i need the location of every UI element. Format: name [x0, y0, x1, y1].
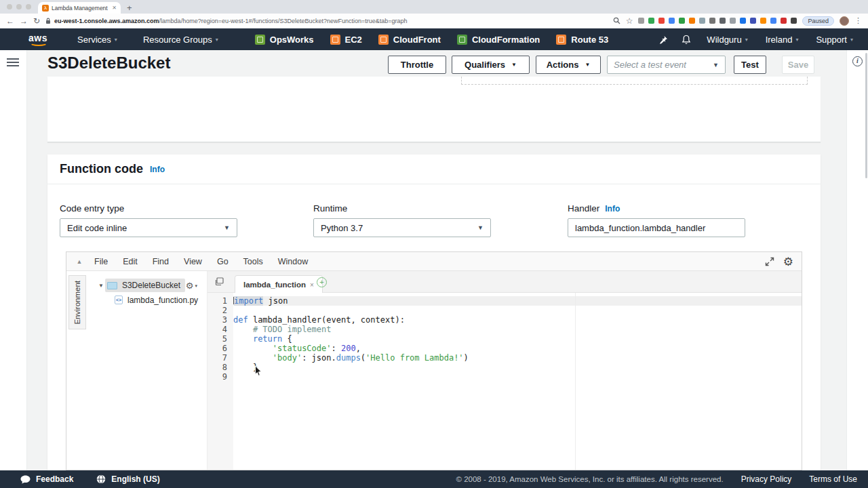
environment-tab[interactable]: Environment	[68, 275, 86, 329]
code-line[interactable]: }	[233, 363, 802, 372]
browser-tab[interactable]: λ Lambda Management Console ✕	[38, 2, 121, 14]
menu-edit[interactable]: Edit	[115, 257, 145, 266]
test-event-select[interactable]: Select a test event▼	[607, 56, 726, 74]
nav-region-menu[interactable]: Ireland▾	[760, 35, 804, 45]
extension-icon[interactable]	[791, 18, 797, 24]
code-line[interactable]	[233, 372, 802, 382]
nav-account-menu[interactable]: Wildguru▾	[701, 35, 753, 45]
code-entry-type-select[interactable]: Edit code inline ▼	[60, 218, 237, 237]
throttle-button[interactable]: Throttle	[388, 56, 446, 74]
extension-icon[interactable]	[719, 18, 726, 24]
feedback-button[interactable]: Feedback	[20, 474, 73, 484]
pin-icon[interactable]	[655, 35, 671, 44]
editor-settings-gear-icon[interactable]: ⚙	[783, 256, 793, 268]
window-controls[interactable]	[0, 0, 38, 14]
nav-services[interactable]: Services▾	[72, 35, 123, 45]
tree-file-row[interactable]: <> lambda_function.py	[87, 293, 207, 306]
nav-shortcut-opsworks[interactable]: OpsWorks	[255, 35, 314, 45]
code-line[interactable]: import json	[233, 296, 802, 306]
tree-expand-icon[interactable]: ▼	[98, 283, 104, 289]
extension-icon[interactable]	[699, 18, 705, 24]
tree-folder-row[interactable]: ▼ S3DeleteBucket ⚙▾	[87, 279, 207, 292]
extension-icon[interactable]	[709, 18, 715, 24]
language-button[interactable]: English (US)	[96, 474, 159, 484]
bookmark-star-icon[interactable]: ☆	[626, 17, 633, 25]
nav-shortcut-cloudformation[interactable]: CloudFormation	[457, 35, 540, 45]
aws-nav-bar: aws Services▾ Resource Groups▾ OpsWorks …	[0, 28, 868, 50]
extension-icon[interactable]	[750, 18, 756, 24]
info-panel-icon[interactable]: i	[852, 56, 863, 66]
extension-icon[interactable]	[648, 18, 654, 24]
menu-go[interactable]: Go	[210, 257, 236, 266]
info-link[interactable]: Info	[150, 165, 165, 174]
actions-button[interactable]: Actions▼	[536, 56, 601, 74]
console-page: i S3DeleteBucket Throttle Qualifiers▼ Ac…	[0, 50, 868, 470]
profile-avatar[interactable]	[840, 16, 849, 26]
collapse-editor-icon[interactable]: ▲	[72, 258, 87, 265]
chevron-down-icon: ▼	[477, 224, 484, 231]
test-button[interactable]: Test	[734, 56, 766, 74]
code-line[interactable]	[233, 306, 802, 315]
code-line[interactable]: return {	[233, 334, 802, 344]
terms-of-use-link[interactable]: Terms of Use	[809, 474, 857, 484]
code-line[interactable]: def lambda_handler(event, context):	[233, 315, 802, 325]
fullscreen-icon[interactable]	[765, 257, 774, 266]
nav-support-menu[interactable]: Support▾	[810, 35, 859, 45]
code-line[interactable]: 'body': json.dumps('Hello from Lambda!')	[233, 353, 802, 363]
nav-resource-groups[interactable]: Resource Groups▾	[138, 35, 224, 45]
menu-icon[interactable]	[7, 58, 19, 68]
code-line[interactable]: # TODO implement	[233, 325, 802, 334]
extension-icon[interactable]	[689, 18, 695, 24]
address-bar[interactable]: eu-west-1.console.aws.amazon.com/lambda/…	[45, 16, 608, 26]
sync-paused-badge[interactable]: Paused	[802, 16, 834, 26]
section-title: Function code	[60, 162, 143, 176]
nav-shortcut-ec2[interactable]: EC2	[330, 35, 362, 45]
menu-file[interactable]: File	[87, 257, 115, 266]
extension-icon[interactable]	[730, 18, 736, 24]
back-icon[interactable]: ←	[6, 17, 14, 25]
editor-tab-lambda-function[interactable]: lambda_function ×	[235, 275, 323, 293]
code-entry-type-field: Code entry type Edit code inline ▼	[60, 203, 237, 237]
tab-close-icon[interactable]: ✕	[112, 5, 117, 11]
tree-settings-gear-icon[interactable]: ⚙▾	[186, 281, 197, 291]
code-area[interactable]: 1 2 3 4 5 6 7 8 9 import json def	[208, 293, 802, 470]
tab-close-icon[interactable]: ×	[310, 281, 314, 289]
extension-icon[interactable]	[760, 18, 766, 24]
extension-icon[interactable]	[669, 18, 675, 24]
browser-menu-icon[interactable]: ⋮	[854, 16, 862, 25]
menu-find[interactable]: Find	[145, 257, 176, 266]
runtime-select[interactable]: Python 3.7 ▼	[313, 218, 491, 237]
extension-icon[interactable]	[770, 18, 776, 24]
nav-shortcut-cloudfront[interactable]: CloudFront	[378, 35, 441, 45]
menu-tools[interactable]: Tools	[236, 257, 271, 266]
search-icon[interactable]	[613, 17, 620, 24]
python-file-icon: <>	[115, 296, 123, 304]
aws-logo[interactable]: aws	[28, 32, 52, 47]
menu-window[interactable]: Window	[271, 257, 315, 266]
chevron-down-icon: ▼	[511, 62, 517, 68]
forward-icon[interactable]: →	[20, 17, 28, 25]
bell-icon[interactable]	[678, 35, 694, 45]
extension-icon[interactable]	[638, 18, 644, 24]
qualifiers-button[interactable]: Qualifiers▼	[452, 56, 530, 74]
extension-icon[interactable]	[679, 18, 685, 24]
code-line[interactable]: 'statusCode': 200,	[233, 344, 802, 353]
new-tab-button[interactable]: +	[127, 3, 132, 13]
refresh-icon[interactable]: ↻	[33, 17, 40, 25]
gutter-line-number: 5	[208, 334, 233, 344]
tab-list-icon[interactable]	[215, 277, 224, 289]
extension-icon[interactable]	[740, 18, 746, 24]
extension-icon[interactable]	[658, 18, 665, 24]
privacy-policy-link[interactable]: Privacy Policy	[741, 474, 792, 484]
page-scrollbar[interactable]	[865, 53, 867, 178]
info-link[interactable]: Info	[605, 204, 620, 214]
handler-input[interactable]: lambda_function.lambda_handler	[568, 218, 745, 237]
runtime-field: Runtime Python 3.7 ▼	[313, 203, 491, 237]
save-button[interactable]: Save	[782, 56, 814, 74]
menu-view[interactable]: View	[176, 257, 210, 266]
code-token	[233, 344, 273, 353]
new-editor-tab-icon[interactable]: +	[317, 277, 327, 287]
nav-shortcut-route53[interactable]: Route 53	[556, 35, 608, 45]
extension-icon[interactable]	[781, 18, 787, 24]
code-token: ,	[356, 344, 361, 353]
